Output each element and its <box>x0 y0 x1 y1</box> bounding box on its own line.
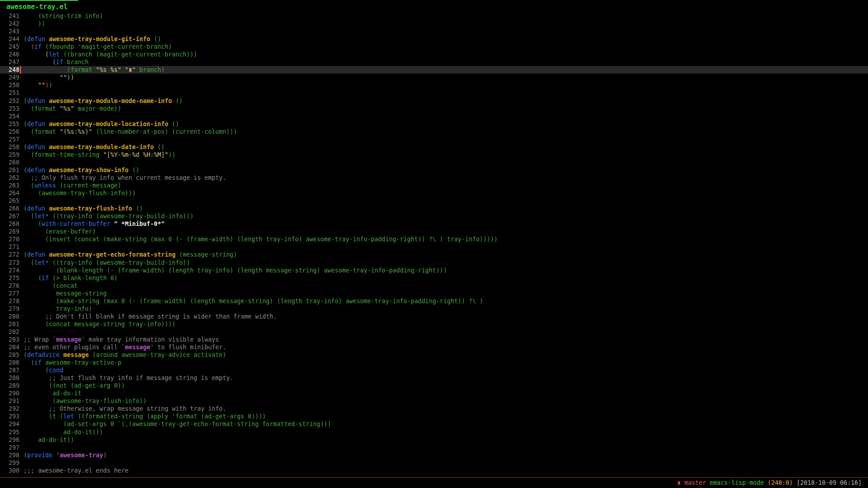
code-line-281[interactable]: 281 (concat message-string tray-info)))) <box>0 320 868 328</box>
code-line-254[interactable]: 254 <box>0 113 868 120</box>
code-line-267[interactable]: 267 (let* ((tray-info (awesome-tray-buil… <box>0 212 868 220</box>
code-line-272[interactable]: 272(defun awesome-tray-get-echo-format-s… <box>0 251 868 258</box>
code-line-278[interactable]: 278 (make-string (max 0 (- (frame-width)… <box>0 297 868 305</box>
code-line-249[interactable]: 249 "")) <box>0 74 868 81</box>
code-line-260[interactable]: 260 <box>0 159 868 166</box>
code-line-265[interactable]: 265 <box>0 197 868 205</box>
code-text: (format "%s %s" "♜" branch) <box>19 66 165 74</box>
code-line-256[interactable]: 256 (format "(%s:%s)" (line-number-at-po… <box>0 128 868 136</box>
code-line-270[interactable]: 270 (insert (concat (make-string (max 0 … <box>0 235 868 243</box>
code-text: (awesome-tray-flush-info))) <box>19 189 136 197</box>
code-line-293[interactable]: 293 (t (let ((formatted-string (apply 'f… <box>0 413 868 420</box>
code-line-283[interactable]: 283;; Wrap `message' make tray informati… <box>0 336 868 343</box>
code-area[interactable]: 241 (string-trim info)242 ))243244(defun… <box>0 12 868 474</box>
code-line-258[interactable]: 258(defun awesome-tray-module-date-info … <box>0 143 868 151</box>
code-line-266[interactable]: 266(defun awesome-tray-flush-info () <box>0 205 868 212</box>
line-number: 287 <box>0 366 19 374</box>
code-line-289[interactable]: 289 ((not (ad-get-arg 0)) <box>0 382 868 389</box>
line-number: 297 <box>0 444 19 451</box>
code-line-250[interactable]: 250 "")) <box>0 81 868 89</box>
code-line-244[interactable]: 244(defun awesome-tray-module-git-info (… <box>0 35 868 43</box>
git-branch-label: master <box>684 479 706 486</box>
line-number: 294 <box>0 420 19 428</box>
line-number: 279 <box>0 305 19 313</box>
code-line-290[interactable]: 290 ad-do-it <box>0 389 868 397</box>
awesome-tray-statusbar: ♜ master emacs-lisp-mode (248:0) [2018-1… <box>677 479 862 487</box>
line-number: 292 <box>0 405 19 413</box>
code-line-287[interactable]: 287 (cond <box>0 366 868 374</box>
code-line-252[interactable]: 252(defun awesome-tray-module-mode-name-… <box>0 97 868 105</box>
code-line-275[interactable]: 275 (if (> blank-length 0) <box>0 274 868 282</box>
code-line-262[interactable]: 262 ;; Only flush tray info when current… <box>0 174 868 182</box>
code-text: (cond <box>19 366 63 374</box>
code-text: "")) <box>19 81 52 89</box>
code-text: ((not (ad-get-arg 0)) <box>19 382 125 389</box>
code-line-298[interactable]: 298(provide 'awesome-tray) <box>0 451 868 459</box>
code-line-291[interactable]: 291 (awesome-tray-flush-info)) <box>0 397 868 405</box>
code-line-296[interactable]: 296 ad-do-it)) <box>0 436 868 444</box>
code-line-271[interactable]: 271 <box>0 243 868 251</box>
emacs-frame: awesome-tray.el 241 (string-trim info)24… <box>0 0 868 488</box>
line-number: 284 <box>0 343 19 351</box>
line-number: 252 <box>0 97 19 105</box>
code-text: (format "%s" major-mode)) <box>19 105 121 113</box>
code-line-279[interactable]: 279 tray-info) <box>0 305 868 313</box>
code-line-286[interactable]: 286 (if awesome-tray-active-p <box>0 359 868 366</box>
code-text: (if (> blank-length 0) <box>19 274 118 282</box>
code-text: (provide 'awesome-tray) <box>19 451 107 459</box>
code-line-300[interactable]: 300;;; awesome-tray.el ends here <box>0 467 868 474</box>
line-number: 262 <box>0 174 19 182</box>
code-line-263[interactable]: 263 (unless (current-message) <box>0 182 868 189</box>
code-line-243[interactable]: 243 <box>0 28 868 35</box>
code-line-257[interactable]: 257 <box>0 136 868 143</box>
code-line-277[interactable]: 277 message-string <box>0 290 868 297</box>
code-line-285[interactable]: 285(defadvice message (around awesome-tr… <box>0 351 868 359</box>
line-number: 259 <box>0 151 19 159</box>
code-line-299[interactable]: 299 <box>0 459 868 467</box>
code-line-246[interactable]: 246 (let ((branch (magit-get-current-bra… <box>0 51 868 58</box>
line-number: 248 <box>0 66 19 74</box>
code-line-264[interactable]: 264 (awesome-tray-flush-info))) <box>0 189 868 197</box>
code-line-297[interactable]: 297 <box>0 444 868 451</box>
code-line-269[interactable]: 269 (erase-buffer) <box>0 228 868 235</box>
code-text: ;; even other plugins call `message' to … <box>19 343 226 351</box>
code-line-255[interactable]: 255(defun awesome-tray-module-location-i… <box>0 120 868 128</box>
line-number: 258 <box>0 143 19 151</box>
code-line-288[interactable]: 288 ;; Just flush tray info if message s… <box>0 374 868 382</box>
code-line-284[interactable]: 284;; even other plugins call `message' … <box>0 343 868 351</box>
code-text: tray-info) <box>19 305 92 313</box>
code-line-251[interactable]: 251 <box>0 89 868 97</box>
code-line-273[interactable]: 273 (let* ((tray-info (awesome-tray-buil… <box>0 259 868 267</box>
code-line-294[interactable]: 294 (ad-set-args 0 `(,(awesome-tray-get-… <box>0 420 868 428</box>
code-line-268[interactable]: 268 (with-current-buffer " *Minibuf-0*" <box>0 220 868 228</box>
code-line-295[interactable]: 295 ad-do-it))) <box>0 428 868 436</box>
code-text: (ad-set-args 0 `(,(awesome-tray-get-echo… <box>19 420 331 428</box>
code-line-280[interactable]: 280 ;; Don't fill blank if message strin… <box>0 313 868 320</box>
code-line-247[interactable]: 247 (if branch <box>0 58 868 66</box>
code-line-276[interactable]: 276 (concat <box>0 282 868 290</box>
code-line-292[interactable]: 292 ;; Otherwise, wrap message string wi… <box>0 405 868 413</box>
code-line-245[interactable]: 245 (if (fboundp 'magit-get-current-bran… <box>0 43 868 51</box>
code-text: (defadvice message (around awesome-tray-… <box>19 351 226 359</box>
modeline-separator <box>0 477 868 478</box>
line-number: 299 <box>0 459 19 467</box>
code-line-282[interactable]: 282 <box>0 328 868 336</box>
code-line-253[interactable]: 253 (format "%s" major-mode)) <box>0 105 868 113</box>
line-number: 293 <box>0 413 19 420</box>
code-line-248[interactable]: 248 (format "%s %s" "♜" branch) <box>0 66 868 74</box>
line-number: 270 <box>0 235 19 243</box>
code-line-259[interactable]: 259 (format-time-string "[%Y-%m-%d %H:%M… <box>0 151 868 159</box>
date-time-label: [2018-10-09 06:16] <box>797 479 862 486</box>
code-line-274[interactable]: 274 (blank-length (- (frame-width) (leng… <box>0 267 868 274</box>
line-number: 283 <box>0 336 19 343</box>
code-line-241[interactable]: 241 (string-trim info) <box>0 12 868 20</box>
code-text: ;; Just flush tray info if message strin… <box>19 374 233 382</box>
code-line-242[interactable]: 242 )) <box>0 20 868 28</box>
cursor-position-label: (248:0) <box>768 479 793 486</box>
code-text: ad-do-it <box>19 389 81 397</box>
code-line-261[interactable]: 261(defun awesome-tray-show-info () <box>0 166 868 174</box>
line-number: 272 <box>0 251 19 258</box>
line-number: 241 <box>0 12 19 20</box>
line-number: 244 <box>0 35 19 43</box>
line-number: 277 <box>0 290 19 297</box>
